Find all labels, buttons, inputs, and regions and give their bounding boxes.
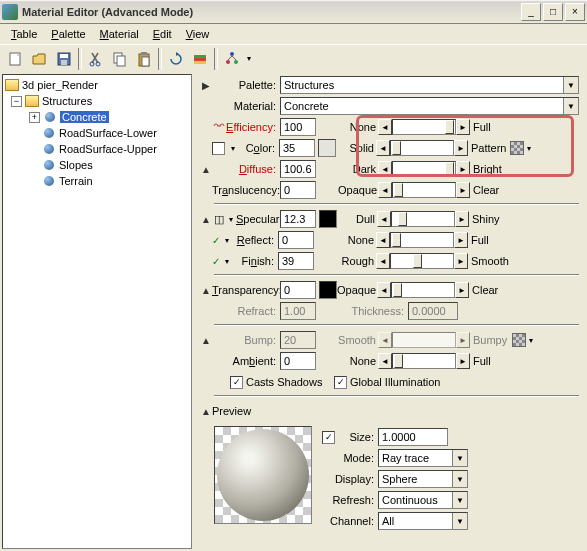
svg-rect-13 [194,55,206,58]
properties-panel: ▶ Palette: Structures ▼ Material: Concre… [198,72,587,551]
finish-slider[interactable]: ◄► [376,253,468,269]
slider-label-dull: Dull [337,213,377,225]
collapse-icon[interactable]: ▲ [200,285,212,296]
pattern-map-icon[interactable] [510,141,524,155]
slider-label-full: Full [470,355,510,367]
transparency-input[interactable]: 0 [280,281,316,299]
specular-dropdown-icon[interactable]: ▾ [226,215,236,224]
color-label: Color: [238,142,279,154]
channel-label: Channel: [322,515,378,527]
slider-label-pattern: Pattern [468,142,508,154]
tree-expand-icon[interactable]: − [11,96,22,107]
tree-expand-icon[interactable]: + [29,112,40,123]
size-input[interactable]: 1.0000 [378,428,448,446]
diffuse-input[interactable]: 100.6 [280,160,316,178]
reflect-label: Reflect: [232,234,278,246]
translucency-slider[interactable]: ◄► [378,182,470,198]
tree-item[interactable]: Slopes [59,159,93,171]
menu-view[interactable]: View [179,26,217,42]
specular-swatch[interactable] [319,210,337,228]
close-button[interactable]: × [565,3,585,21]
global-illum-checkbox[interactable]: ✓ [334,376,347,389]
finish-input[interactable]: 39 [278,252,314,270]
ambient-label: Ambient: [212,355,280,367]
specular-input[interactable]: 12.3 [280,210,316,228]
minimize-button[interactable]: _ [521,3,541,21]
reflect-slider[interactable]: ◄► [376,232,468,248]
material-combo[interactable]: Concrete ▼ [280,97,579,115]
bump-dropdown-icon[interactable]: ▾ [526,336,536,345]
svg-rect-12 [194,58,206,61]
new-icon[interactable] [4,47,28,71]
pattern-dropdown-icon[interactable]: ▾ [524,144,534,153]
efficiency-input[interactable]: 100 [280,118,316,136]
tree-item[interactable]: RoadSurface-Upper [59,143,157,155]
cut-icon[interactable] [84,47,108,71]
menu-material[interactable]: Material [93,26,146,42]
menu-edit[interactable]: Edit [146,26,179,42]
bump-map-icon[interactable] [512,333,526,347]
check-icon: ✓ [212,256,220,267]
collapse-icon[interactable]: ▲ [200,214,212,225]
apply-icon[interactable] [188,47,212,71]
tree-item[interactable]: Terrain [59,175,93,187]
thickness-input: 0.0000 [408,302,458,320]
transparency-swatch[interactable] [319,281,337,299]
slider-label-full: Full [468,234,508,246]
color-checkbox[interactable] [212,142,225,155]
window-title: Material Editor (Advanced Mode) [22,6,519,18]
paste-icon[interactable] [132,47,156,71]
refresh-label: Refresh: [322,494,378,506]
tree-item-concrete[interactable]: Concrete [60,111,109,123]
translucency-input[interactable]: 0 [280,181,316,199]
tree-group[interactable]: Structures [42,95,92,107]
color-input[interactable]: 35 [279,139,315,157]
palette-combo[interactable]: Structures ▼ [280,76,579,94]
finish-dropdown-icon[interactable]: ▾ [222,257,232,266]
app-icon [2,4,18,20]
material-label: Material: [212,100,280,112]
color-swatch[interactable] [318,139,336,157]
menu-table[interactable]: Table [4,26,44,42]
casts-shadows-checkbox[interactable]: ✓ [230,376,243,389]
save-icon[interactable] [52,47,76,71]
toolbar: ▾ [0,44,587,72]
collapse-icon[interactable]: ▲ [200,406,212,417]
collapse-icon[interactable]: ▶ [200,80,212,91]
palette-label: Palette: [212,79,280,91]
slider-label-clear: Clear [470,184,510,196]
slider-label-opaque: Opaque [338,184,378,196]
color-dropdown-icon[interactable]: ▾ [228,144,238,153]
color-slider[interactable]: ◄► [376,140,468,156]
svg-point-16 [234,60,238,64]
hierarchy-icon[interactable] [220,47,244,71]
translucency-label: Translucency: [212,184,280,196]
efficiency-slider[interactable]: ◄► [378,119,470,135]
menu-palette[interactable]: Palette [44,26,92,42]
material-icon [45,112,55,122]
collapse-icon[interactable]: ▲ [200,164,212,175]
ambient-input[interactable]: 0 [280,352,316,370]
copy-icon[interactable] [108,47,132,71]
ambient-slider[interactable]: ◄► [378,353,470,369]
hierarchy-dropdown-icon[interactable]: ▾ [244,54,254,63]
size-checkbox[interactable]: ✓ [322,431,335,444]
specular-slider[interactable]: ◄► [377,211,469,227]
collapse-icon[interactable]: ▲ [200,335,212,346]
reflect-input[interactable]: 0 [278,231,314,249]
channel-combo[interactable]: All▼ [378,512,468,530]
transparency-slider[interactable]: ◄► [377,282,469,298]
tree-root[interactable]: 3d pier_Render [22,79,98,91]
slider-label-dark: Dark [338,163,378,175]
refresh-icon[interactable] [164,47,188,71]
diffuse-slider[interactable]: ◄► [378,161,470,177]
slider-label-opaque: Opaque [337,284,377,296]
refresh-combo[interactable]: Continuous▼ [378,491,468,509]
display-combo[interactable]: Sphere▼ [378,470,468,488]
link-icon[interactable] [212,121,226,133]
mode-combo[interactable]: Ray trace▼ [378,449,468,467]
tree-item[interactable]: RoadSurface-Lower [59,127,157,139]
maximize-button[interactable]: □ [543,3,563,21]
open-icon[interactable] [28,47,52,71]
reflect-dropdown-icon[interactable]: ▾ [222,236,232,245]
